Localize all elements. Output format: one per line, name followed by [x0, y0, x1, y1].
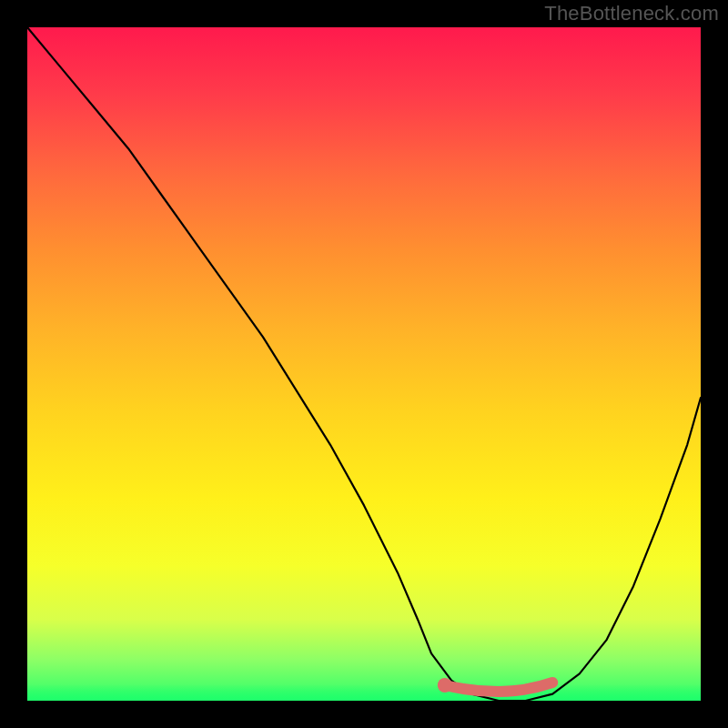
- optimal-range-marker: [445, 682, 552, 692]
- bottleneck-curve: [27, 27, 701, 701]
- watermark-text: TheBottleneck.com: [544, 2, 719, 25]
- plot-area: [27, 27, 701, 701]
- optimal-range-start-dot: [438, 678, 452, 693]
- chart-frame: TheBottleneck.com: [0, 0, 728, 728]
- chart-svg: [27, 27, 701, 701]
